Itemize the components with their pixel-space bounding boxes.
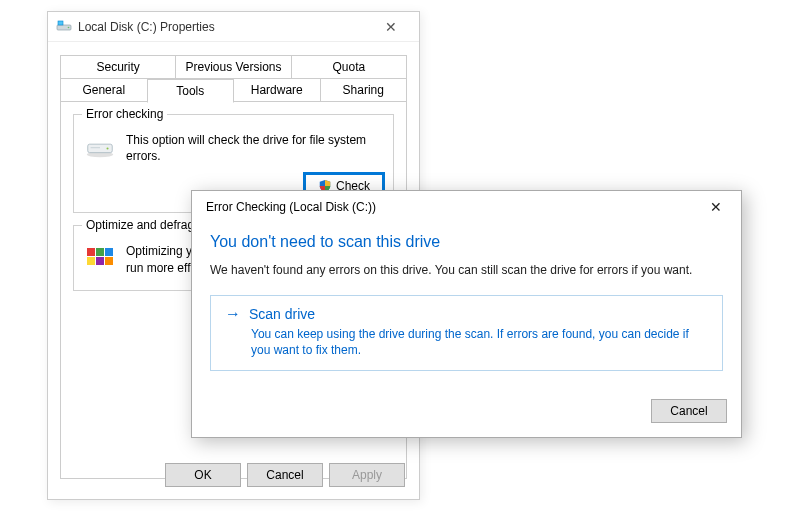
defrag-icon	[84, 242, 116, 274]
modal-close-button[interactable]: ✕	[701, 199, 731, 215]
window-title: Local Disk (C:) Properties	[78, 20, 371, 34]
cancel-button[interactable]: Cancel	[247, 463, 323, 487]
tab-general[interactable]: General	[60, 79, 148, 103]
titlebar: Local Disk (C:) Properties ✕	[48, 12, 419, 42]
scan-drive-title: Scan drive	[249, 306, 315, 322]
svg-rect-11	[96, 257, 104, 265]
tab-quota[interactable]: Quota	[291, 55, 407, 79]
scan-drive-subtitle: You can keep using the drive during the …	[251, 326, 708, 358]
modal-titlebar: Error Checking (Local Disk (C:)) ✕	[192, 191, 741, 223]
close-button[interactable]: ✕	[371, 19, 411, 35]
modal-cancel-button[interactable]: Cancel	[651, 399, 727, 423]
svg-rect-6	[91, 147, 100, 148]
apply-button[interactable]: Apply	[329, 463, 405, 487]
svg-rect-8	[96, 248, 104, 256]
tabs-row-2: General Tools Hardware Sharing	[60, 78, 407, 102]
tab-security[interactable]: Security	[60, 55, 176, 79]
svg-point-2	[68, 26, 70, 28]
svg-rect-10	[87, 257, 95, 265]
svg-rect-9	[105, 248, 113, 256]
scan-drive-action[interactable]: → Scan drive You can keep using the driv…	[210, 295, 723, 371]
drive-icon	[56, 19, 72, 35]
svg-point-5	[106, 147, 108, 149]
modal-buttons: Cancel	[192, 385, 741, 437]
modal-heading: You don't need to scan this drive	[210, 233, 723, 251]
modal-title: Error Checking (Local Disk (C:))	[206, 200, 701, 214]
tab-previous-versions[interactable]: Previous Versions	[175, 55, 291, 79]
error-checking-dialog: Error Checking (Local Disk (C:)) ✕ You d…	[191, 190, 742, 438]
tab-hardware[interactable]: Hardware	[233, 79, 321, 103]
drive-check-icon	[84, 131, 116, 163]
modal-description: We haven't found any errors on this driv…	[210, 263, 723, 277]
ok-button[interactable]: OK	[165, 463, 241, 487]
arrow-right-icon: →	[225, 306, 241, 322]
svg-rect-12	[105, 257, 113, 265]
svg-rect-1	[58, 21, 63, 25]
error-checking-text: This option will check the drive for fil…	[126, 131, 383, 164]
tab-tools[interactable]: Tools	[147, 79, 235, 103]
tabs-row-1: Security Previous Versions Quota	[60, 54, 407, 78]
modal-body: You don't need to scan this drive We hav…	[192, 223, 741, 385]
svg-rect-7	[87, 248, 95, 256]
error-checking-legend: Error checking	[82, 107, 167, 121]
tab-sharing[interactable]: Sharing	[320, 79, 408, 103]
dialog-buttons: OK Cancel Apply	[165, 463, 405, 487]
